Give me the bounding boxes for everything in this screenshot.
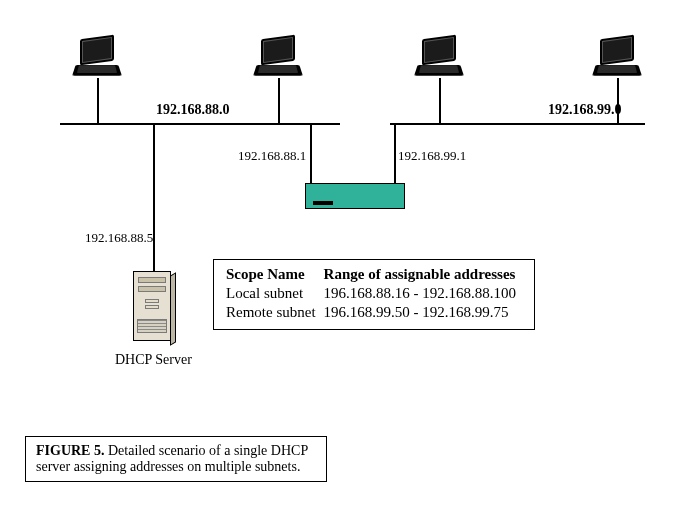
bus-line-right xyxy=(390,123,645,125)
scope-name-cell: Remote subnet xyxy=(226,304,322,321)
server-tower-icon xyxy=(133,271,177,345)
router-icon xyxy=(305,183,405,213)
drop-line xyxy=(97,78,99,123)
subnet-left-label: 192.168.88.0 xyxy=(156,102,230,118)
router-link-right xyxy=(394,125,396,183)
drop-line xyxy=(617,78,619,123)
laptop-icon xyxy=(70,37,124,83)
router-left-ip-label: 192.168.88.1 xyxy=(238,148,306,164)
laptop-icon xyxy=(412,37,466,83)
table-row: Local subnet 196.168.88.16 - 192.168.88.… xyxy=(226,285,522,302)
subnet-right-label: 192.168.99.0 xyxy=(548,102,622,118)
drop-line xyxy=(278,78,280,123)
figure-caption-box: FIGURE 5. Detailed scenario of a single … xyxy=(25,436,327,482)
scope-name-cell: Local subnet xyxy=(226,285,322,302)
scope-header-range: Range of assignable addresses xyxy=(324,266,523,283)
diagram-canvas: 192.168.88.0 192.168.99.0 192.168.88.1 1… xyxy=(0,0,700,525)
laptop-icon xyxy=(251,37,305,83)
scope-range-cell: 196.168.99.50 - 192.168.99.75 xyxy=(324,304,523,321)
scope-range-cell: 196.168.88.16 - 192.168.88.100 xyxy=(324,285,523,302)
laptop-icon xyxy=(590,37,644,83)
figure-label: FIGURE 5. xyxy=(36,443,104,458)
scope-header-name: Scope Name xyxy=(226,266,322,283)
server-link xyxy=(153,125,155,271)
drop-line xyxy=(439,78,441,123)
scope-table: Scope Name Range of assignable addresses… xyxy=(213,259,535,330)
server-caption: DHCP Server xyxy=(115,352,192,368)
router-right-ip-label: 192.168.99.1 xyxy=(398,148,466,164)
bus-line-left xyxy=(60,123,340,125)
server-ip-label: 192.168.88.5 xyxy=(85,230,153,246)
table-row: Remote subnet 196.168.99.50 - 192.168.99… xyxy=(226,304,522,321)
router-link-left xyxy=(310,125,312,183)
